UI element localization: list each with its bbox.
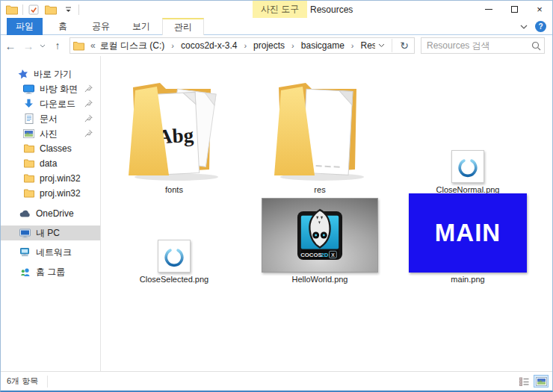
properties-check-icon[interactable] [27, 3, 40, 16]
ribbon-right-controls: ? [520, 18, 546, 35]
up-button[interactable]: ↑ [49, 37, 67, 55]
sidebar-item-quick-access[interactable]: 바로 가기 [1, 66, 100, 81]
closeselected-thumbnail [112, 192, 236, 273]
recent-locations-chevron-icon[interactable] [37, 37, 49, 55]
navigation-pane: 바로 가기 바탕 화면 다운로드 [1, 56, 101, 371]
window-body: 바로 가기 바탕 화면 다운로드 [1, 56, 552, 371]
res-folder-icon [258, 65, 382, 183]
address-right-controls: ↻ [375, 39, 413, 52]
refresh-icon[interactable]: ↻ [396, 40, 413, 52]
breadcrumb-segment-basicgame[interactable]: basicgame [300, 40, 346, 51]
forward-button[interactable]: → [20, 37, 37, 55]
sidebar-item-label: 홈 그룹 [36, 266, 65, 279]
tab-home[interactable]: 홈 [46, 18, 80, 35]
sidebar-item-label: 사진 [40, 128, 58, 140]
breadcrumb-segment-projects[interactable]: projects [252, 40, 286, 51]
help-button[interactable]: ? [535, 21, 546, 32]
cocos2dx-logo: COCOS 2D X [297, 208, 343, 263]
file-item-res[interactable]: res [258, 65, 382, 194]
file-item-closeselected[interactable]: CloseSelected.png [112, 192, 236, 284]
sidebar-item-this-pc[interactable]: 내 PC [1, 225, 100, 240]
download-arrow-icon [23, 99, 34, 110]
minimize-icon [485, 9, 492, 10]
breadcrumb-overflow[interactable]: « [87, 40, 99, 51]
cocos-2d-text: 2D [321, 252, 328, 258]
search-icon[interactable] [531, 41, 541, 51]
breadcrumb-separator-icon[interactable]: › [286, 41, 300, 50]
sidebar-item-desktop[interactable]: 바탕 화면 [1, 81, 100, 96]
large-icons-view-button[interactable] [534, 375, 549, 388]
pin-icon [84, 114, 93, 122]
sidebar-item-onedrive[interactable]: OneDrive [1, 206, 100, 221]
main-preview-text: MAIN [435, 219, 501, 247]
sidebar-item-classes[interactable]: Classes [1, 141, 100, 156]
homegroup-icon [19, 267, 31, 278]
breadcrumb-separator-icon[interactable]: › [346, 41, 359, 50]
new-folder-icon[interactable] [44, 3, 58, 16]
helloworld-thumbnail: COCOS 2D X [258, 192, 382, 273]
sidebar-item-label: OneDrive [36, 208, 74, 219]
file-item-main[interactable]: MAIN main.png [404, 192, 532, 284]
sidebar-item-homegroup[interactable]: 홈 그룹 [1, 264, 100, 279]
pin-icon [84, 84, 93, 93]
main-thumbnail: MAIN [404, 192, 532, 273]
qat-customize-chevron-icon[interactable] [61, 3, 75, 16]
address-bar[interactable]: « 로컬 디스크 (C:) › cocos2d-x-3.4 › projects… [69, 37, 415, 54]
document-icon [23, 113, 34, 125]
breadcrumb-segment-cocos[interactable]: cocos2d-x-3.4 [179, 40, 238, 51]
cocos-text: COCOS [300, 252, 321, 258]
search-input[interactable] [427, 40, 531, 51]
sidebar-item-label: data [40, 158, 57, 169]
navigation-row: ← → ↑ « 로컬 디스크 (C:) › cocos2d-x-3.4 › pr… [1, 35, 552, 56]
tab-share[interactable]: 공유 [81, 18, 120, 35]
breadcrumb-separator-icon[interactable]: › [238, 41, 252, 50]
file-list: g Abg fonts [102, 56, 552, 371]
file-name: CloseSelected.png [140, 275, 208, 284]
sidebar-item-network[interactable]: 네트워크 [1, 245, 100, 260]
pin-icon [84, 99, 93, 108]
desktop-icon [23, 84, 34, 95]
details-view-button[interactable] [517, 375, 532, 388]
close-button[interactable]: × [527, 1, 552, 18]
status-bar: 6개 항목 [1, 371, 552, 391]
file-item-closenormal[interactable]: CloseNormal.png [404, 65, 532, 194]
address-folder-icon [73, 41, 84, 51]
minimize-button[interactable] [476, 1, 501, 18]
folder-icon [23, 173, 34, 184]
quick-access-star-icon [17, 69, 28, 80]
sidebar-item-data[interactable]: data [1, 156, 100, 171]
sidebar-item-documents[interactable]: 문서 [1, 111, 100, 126]
file-item-fonts[interactable]: g Abg fonts [112, 65, 236, 194]
file-item-helloworld[interactable]: COCOS 2D X HelloWorld.png [258, 192, 382, 284]
folder-icon [23, 158, 34, 169]
sidebar-item-pictures[interactable]: 사진 [1, 126, 100, 141]
computer-icon [19, 228, 31, 239]
view-toggles [517, 375, 549, 388]
qat-separator [78, 4, 79, 15]
quick-access-toolbar [5, 1, 79, 18]
ribbon-tab-row: 파일 홈 공유 보기 관리 ? [1, 18, 552, 35]
network-icon [19, 247, 31, 258]
address-dropdown-chevron-icon[interactable] [375, 43, 388, 48]
pictures-icon [23, 128, 34, 140]
tab-file[interactable]: 파일 [7, 18, 43, 35]
close-icon: × [537, 4, 543, 14]
breadcrumb: « 로컬 디스크 (C:) › cocos2d-x-3.4 › projects… [87, 40, 375, 52]
sidebar-item-label: 바탕 화면 [40, 83, 78, 96]
breadcrumb-separator-icon[interactable]: › [166, 41, 179, 50]
app-folder-icon[interactable] [5, 3, 19, 16]
breadcrumb-segment-resources[interactable]: Resources [359, 40, 375, 51]
qat-separator [22, 4, 23, 15]
expand-ribbon-chevron-icon[interactable] [520, 25, 528, 29]
onedrive-cloud-icon [19, 208, 31, 220]
window-title: Resources [310, 1, 353, 18]
breadcrumb-segment-drive[interactable]: 로컬 디스크 (C:) [99, 40, 167, 52]
sidebar-item-projwin32-2[interactable]: proj.win32 [1, 186, 100, 201]
back-button[interactable]: ← [1, 37, 20, 55]
maximize-button[interactable] [501, 1, 527, 18]
sidebar-item-downloads[interactable]: 다운로드 [1, 96, 100, 111]
tab-manage[interactable]: 관리 [162, 18, 204, 35]
sidebar-item-projwin32-1[interactable]: proj.win32 [1, 171, 100, 186]
sidebar-item-label: Classes [40, 143, 72, 154]
tab-view[interactable]: 보기 [122, 18, 161, 35]
